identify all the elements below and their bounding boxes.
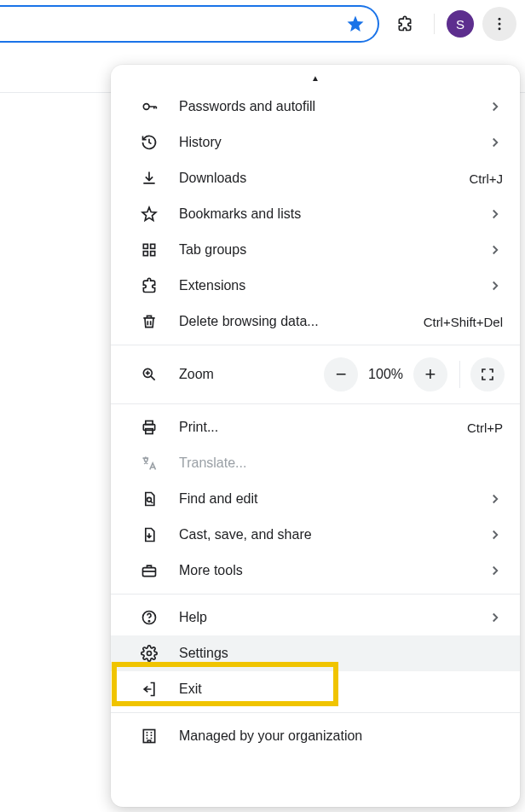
history-icon [140, 134, 159, 151]
menu-item-bookmarks[interactable]: Bookmarks and lists [111, 196, 520, 232]
chevron-right-icon [488, 527, 503, 542]
chevron-right-icon [488, 242, 503, 258]
cast-icon [140, 526, 159, 543]
grid-icon [140, 241, 159, 258]
menu-item-label: Help [179, 610, 488, 625]
menu-item-label: Tab groups [179, 242, 488, 258]
puzzle-icon [140, 277, 159, 294]
menu-item-accelerator: Ctrl+Shift+Del [424, 315, 503, 329]
svg-point-1 [499, 23, 501, 26]
svg-rect-7 [151, 252, 155, 256]
toolbox-icon [140, 562, 159, 579]
svg-point-2 [499, 27, 501, 30]
menu-item-label: Find and edit [179, 491, 488, 507]
menu-item-label: Downloads [179, 171, 469, 186]
chevron-right-icon [488, 610, 503, 625]
menu-item-managed[interactable]: Managed by your organization [111, 718, 520, 754]
menu-item-accelerator: Ctrl+J [469, 171, 503, 186]
zoom-in-icon [140, 366, 159, 383]
menu-item-label: Print... [179, 420, 467, 435]
kebab-menu-button[interactable] [482, 7, 516, 41]
menu-item-history[interactable]: History [111, 125, 520, 160]
zoom-separator [459, 361, 460, 388]
bookmark-star-icon[interactable] [345, 14, 366, 34]
address-bar[interactable] [0, 5, 379, 43]
gear-icon [140, 645, 159, 662]
zoom-label: Zoom [179, 367, 214, 382]
chevron-right-icon [488, 563, 503, 578]
main-menu: ▲ Passwords and autofill History Downloa… [111, 65, 520, 807]
menu-item-translate: Translate... [111, 445, 520, 481]
menu-separator [111, 594, 520, 594]
menu-item-label: Bookmarks and lists [179, 206, 488, 222]
svg-point-3 [143, 104, 149, 110]
menu-separator [111, 403, 520, 404]
fullscreen-button[interactable] [470, 357, 505, 392]
menu-item-label: Settings [179, 646, 503, 661]
menu-item-label: More tools [179, 563, 488, 578]
star-outline-icon [140, 206, 159, 223]
exit-icon [140, 681, 159, 698]
menu-item-print[interactable]: Print... Ctrl+P [111, 409, 520, 445]
chevron-right-icon [488, 99, 503, 114]
building-icon [140, 728, 159, 745]
scroll-up-caret[interactable]: ▲ [111, 73, 520, 89]
zoom-in-button[interactable]: + [413, 357, 447, 392]
zoom-out-button[interactable]: − [324, 357, 358, 392]
menu-item-tab-groups[interactable]: Tab groups [111, 232, 520, 268]
menu-item-label: Managed by your organization [179, 728, 503, 744]
menu-item-cast[interactable]: Cast, save, and share [111, 517, 520, 553]
menu-item-zoom: Zoom − 100% + [111, 351, 520, 398]
svg-rect-13 [143, 568, 156, 577]
svg-point-0 [499, 18, 501, 20]
svg-point-15 [148, 621, 149, 622]
toolbar: S [0, 0, 525, 48]
menu-item-label: Translate... [179, 455, 503, 471]
menu-item-settings[interactable]: Settings [111, 635, 520, 671]
zoom-value: 100% [368, 367, 403, 382]
find-icon [140, 490, 159, 508]
translate-icon [140, 455, 159, 472]
chevron-right-icon [488, 491, 503, 507]
svg-rect-6 [143, 252, 147, 256]
key-icon [140, 98, 159, 115]
toolbar-separator [434, 14, 435, 34]
trash-icon [140, 313, 159, 330]
extensions-button[interactable] [388, 7, 422, 41]
menu-item-accelerator: Ctrl+P [467, 420, 503, 435]
menu-item-downloads[interactable]: Downloads Ctrl+J [111, 160, 520, 196]
chevron-right-icon [488, 135, 503, 150]
menu-item-passwords[interactable]: Passwords and autofill [111, 89, 520, 125]
help-icon [140, 609, 159, 626]
download-icon [140, 170, 159, 187]
menu-separator [111, 712, 520, 713]
menu-item-label: Exit [179, 682, 503, 697]
menu-separator [111, 345, 520, 345]
menu-item-label: Passwords and autofill [179, 99, 488, 114]
menu-item-label: Delete browsing data... [179, 314, 424, 329]
menu-item-extensions[interactable]: Extensions [111, 268, 520, 304]
svg-rect-4 [143, 244, 147, 248]
menu-item-find[interactable]: Find and edit [111, 481, 520, 517]
menu-item-delete-data[interactable]: Delete browsing data... Ctrl+Shift+Del [111, 304, 520, 339]
print-icon [140, 419, 159, 436]
menu-item-label: History [179, 135, 488, 150]
svg-point-16 [147, 652, 152, 656]
menu-item-more-tools[interactable]: More tools [111, 553, 520, 589]
menu-item-label: Cast, save, and share [179, 527, 488, 542]
menu-item-label: Extensions [179, 278, 488, 293]
menu-item-exit[interactable]: Exit [111, 671, 520, 707]
chevron-right-icon [488, 278, 503, 293]
svg-rect-5 [151, 244, 155, 248]
profile-avatar[interactable]: S [447, 10, 474, 38]
chevron-right-icon [488, 206, 503, 222]
menu-item-help[interactable]: Help [111, 600, 520, 635]
